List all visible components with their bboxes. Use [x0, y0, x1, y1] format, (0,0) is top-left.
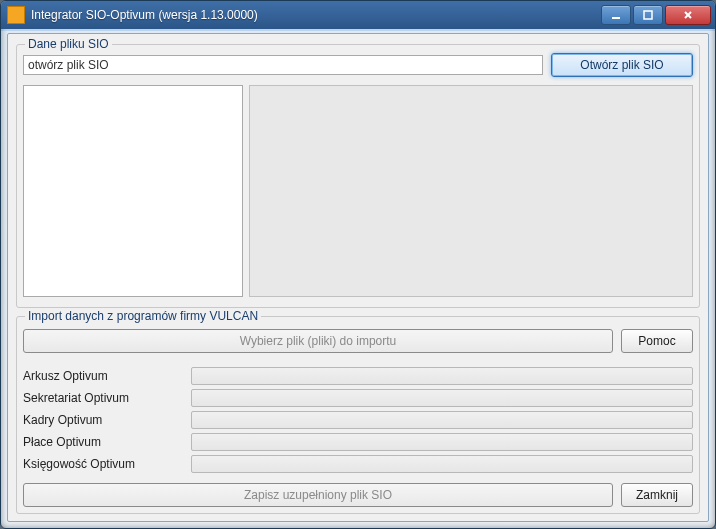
- row-field-place[interactable]: [191, 433, 693, 451]
- save-sio-button[interactable]: Zapisz uzupełniony plik SIO: [23, 483, 613, 507]
- window-controls: [601, 5, 711, 25]
- app-icon: [7, 6, 25, 24]
- app-window: Integrator SIO-Optivum (wersja 1.13.0000…: [0, 0, 716, 529]
- maximize-icon: [643, 10, 653, 20]
- close-icon: [683, 10, 693, 20]
- svg-rect-1: [644, 11, 652, 19]
- choose-import-files-button[interactable]: Wybierz plik (pliki) do importu: [23, 329, 613, 353]
- group1-legend: Dane pliku SIO: [25, 37, 112, 51]
- import-rows: Arkusz Optivum Sekretariat Optivum Kadry…: [23, 365, 693, 475]
- maximize-button[interactable]: [633, 5, 663, 25]
- row-label: Sekretariat Optivum: [23, 391, 191, 405]
- close-window-button[interactable]: [665, 5, 711, 25]
- sio-detail-panel: [249, 85, 693, 297]
- row-label: Księgowość Optivum: [23, 457, 191, 471]
- row-field-ksiegowosc[interactable]: [191, 455, 693, 473]
- row-field-sekretariat[interactable]: [191, 389, 693, 407]
- minimize-icon: [611, 10, 621, 20]
- row-sekretariat: Sekretariat Optivum: [23, 387, 693, 409]
- group-import-vulcan: Import danych z programów firmy VULCAN W…: [16, 316, 700, 514]
- sio-tree-panel[interactable]: [23, 85, 243, 297]
- row-arkusz: Arkusz Optivum: [23, 365, 693, 387]
- row-field-kadry[interactable]: [191, 411, 693, 429]
- row-place: Płace Optivum: [23, 431, 693, 453]
- help-button[interactable]: Pomoc: [621, 329, 693, 353]
- row-kadry: Kadry Optivum: [23, 409, 693, 431]
- row-field-arkusz[interactable]: [191, 367, 693, 385]
- minimize-button[interactable]: [601, 5, 631, 25]
- row-label: Arkusz Optivum: [23, 369, 191, 383]
- close-button[interactable]: Zamknij: [621, 483, 693, 507]
- group-sio-file-data: Dane pliku SIO Otwórz plik SIO: [16, 44, 700, 308]
- group2-legend: Import danych z programów firmy VULCAN: [25, 309, 261, 323]
- row-label: Kadry Optivum: [23, 413, 191, 427]
- window-title: Integrator SIO-Optivum (wersja 1.13.0000…: [31, 8, 601, 22]
- sio-path-input[interactable]: [23, 55, 543, 75]
- row-ksiegowosc: Księgowość Optivum: [23, 453, 693, 475]
- row-label: Płace Optivum: [23, 435, 191, 449]
- titlebar[interactable]: Integrator SIO-Optivum (wersja 1.13.0000…: [1, 1, 715, 29]
- client-area: Dane pliku SIO Otwórz plik SIO Import da…: [7, 33, 709, 522]
- open-sio-button[interactable]: Otwórz plik SIO: [551, 53, 693, 77]
